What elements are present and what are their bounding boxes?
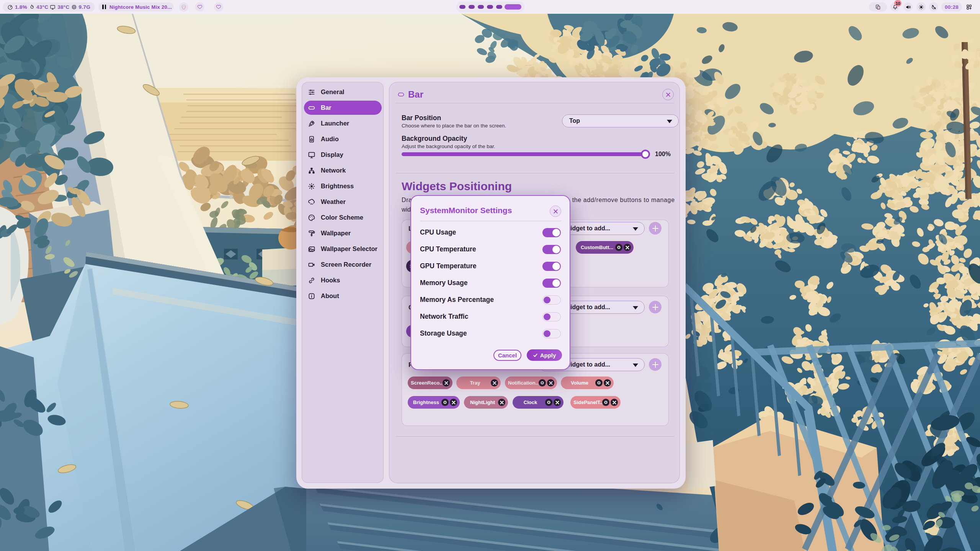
- svg-text:C: C: [878, 6, 880, 9]
